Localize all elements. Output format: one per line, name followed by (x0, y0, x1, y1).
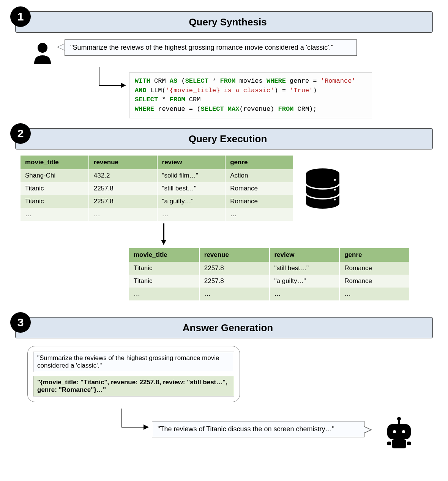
user-icon (30, 41, 55, 67)
svg-point-11 (393, 430, 396, 433)
section-query-execution: 2 Query Execution movie_title revenue re… (15, 128, 433, 309)
prompt-context-box: "{movie_title: "Titanic", revenue: 2257.… (33, 376, 234, 396)
sql-text: genre = (286, 77, 321, 85)
sql-text: * (158, 96, 170, 103)
table-row: Titanic2257.8"still best…"Romance (129, 262, 410, 275)
cell: Romance (339, 262, 410, 275)
svg-rect-9 (398, 420, 400, 424)
cell: Shang-Chi (21, 169, 89, 182)
table-row: Titanic2257.8"a guilty…"Romance (21, 195, 293, 208)
cell: … (339, 288, 410, 300)
col-header: revenue (89, 156, 157, 169)
cell: "still best…" (157, 182, 226, 195)
col-header: review (270, 248, 340, 262)
table-row: ………… (129, 288, 410, 300)
sql-text: CRM (185, 96, 201, 103)
speech-tail (364, 427, 371, 433)
arrow-icon (121, 409, 148, 428)
step-badge-3: 3 (10, 312, 31, 333)
sql-kw: SELECT MAX (200, 105, 239, 113)
svg-rect-14 (387, 442, 391, 445)
table-row: Titanic2257.8"still best…"Romance (21, 182, 293, 195)
svg-point-5 (334, 179, 336, 181)
answer-box: "The reviews of Titanic discuss the on s… (152, 421, 364, 437)
result-table: movie_title revenue review genre Titanic… (129, 248, 410, 300)
cell: Action (225, 169, 293, 182)
cell: 2257.8 (199, 262, 270, 275)
section-header: 2 Query Execution (15, 128, 433, 149)
source-table: movie_title revenue review genre Shang-C… (21, 156, 294, 221)
arrow-down-icon (163, 223, 164, 244)
svg-point-12 (402, 430, 405, 433)
svg-point-6 (334, 189, 336, 191)
cell: 432.2 (89, 169, 157, 182)
sql-text: CRM (150, 77, 170, 85)
cell: Romance (225, 195, 293, 208)
section-title: Answer Generation (23, 322, 432, 334)
table-row: Titanic2257.8"a guilty…"Romance (129, 275, 410, 288)
cell: Titanic (129, 262, 199, 275)
sql-kw: SELECT (135, 96, 158, 103)
cell: Titanic (21, 195, 89, 208)
robot-icon (382, 416, 416, 451)
sql-kw: FROM (220, 77, 235, 85)
cell: Romance (225, 182, 293, 195)
cell: "solid film…" (157, 169, 226, 182)
col-header: revenue (199, 248, 270, 262)
sql-text: LLM( (147, 87, 166, 94)
cell: "a guilty…" (270, 275, 340, 288)
cell: Romance (339, 275, 410, 288)
svg-point-7 (334, 199, 336, 201)
arrow-icon (99, 67, 125, 86)
sql-text: ) = (274, 87, 290, 94)
svg-rect-13 (392, 439, 406, 448)
col-header: genre (339, 248, 410, 262)
table-header-row: movie_title revenue review genre (21, 156, 293, 169)
table-header-row: movie_title revenue review genre (129, 248, 410, 262)
step-badge-1: 1 (10, 6, 31, 27)
cell: Titanic (129, 275, 199, 288)
section-title: Query Synthesis (23, 16, 432, 28)
cell: "a guilty…" (157, 195, 226, 208)
table-row: ………… (21, 208, 293, 221)
cell: … (270, 288, 340, 300)
section-header: 1 Query Synthesis (15, 11, 433, 33)
database-icon (304, 168, 342, 212)
cell: … (157, 208, 226, 221)
cell: 2257.8 (89, 182, 157, 195)
sql-text: movies (235, 77, 267, 85)
cell: Titanic (21, 182, 89, 195)
section-header: 3 Answer Generation (15, 317, 433, 338)
section-query-synthesis: 1 Query Synthesis "Summarize the reviews… (15, 11, 433, 120)
cell: "still best…" (270, 262, 340, 275)
prompt-bubble: "Summarize the reviews of the highest gr… (27, 346, 240, 402)
table-row: Shang-Chi432.2"solid film…"Action (21, 169, 293, 182)
sql-kw: AND (135, 87, 147, 94)
sql-kw: WHERE (135, 105, 154, 113)
svg-point-8 (397, 417, 401, 421)
sql-kw: SELECT (185, 77, 208, 85)
svg-rect-15 (407, 442, 411, 445)
section-answer-generation: 3 Answer Generation "Summarize the revie… (15, 317, 433, 456)
cell: … (21, 208, 89, 221)
svg-point-0 (38, 43, 47, 53)
sql-kw: AS (170, 77, 177, 85)
sql-kw: WITH (135, 77, 150, 85)
col-header: genre (225, 156, 293, 169)
sql-text: ) (313, 87, 317, 94)
sql-code-box: WITH CRM AS (SELECT * FROM movies WHERE … (129, 72, 372, 118)
prompt-query-box: "Summarize the reviews of the highest gr… (33, 352, 234, 372)
step-badge-2: 2 (10, 123, 31, 144)
user-query-box: "Summarize the reviews of the highest gr… (65, 39, 357, 56)
cell: 2257.8 (89, 195, 157, 208)
sql-text: * (208, 77, 220, 85)
speech-tail (58, 44, 65, 50)
cell: 2257.8 (199, 275, 270, 288)
sql-kw: FROM (278, 105, 294, 113)
cell: … (225, 208, 293, 221)
sql-kw: WHERE (267, 77, 286, 85)
sql-str: 'True' (290, 87, 313, 94)
cell: … (199, 288, 270, 300)
sql-str: 'Romance' (321, 77, 356, 85)
sql-text: revenue = ( (154, 105, 200, 113)
